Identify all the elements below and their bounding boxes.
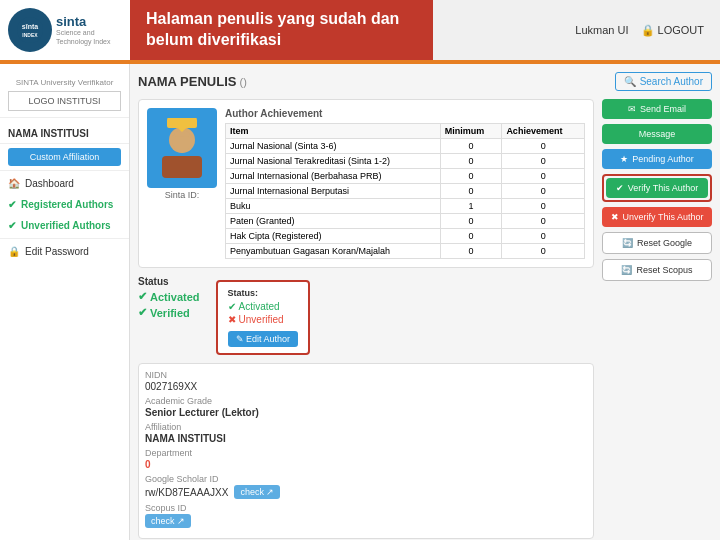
verified-badges: ✔ Verified [138, 306, 200, 319]
status-section: Status ✔ Activated ✔ Verified [138, 276, 594, 355]
table-row: Paten (Granted)00 [226, 214, 585, 229]
sidebar-item-label: Edit Password [25, 246, 89, 257]
user-label: Lukman UI [575, 24, 628, 36]
verify-label: Verify This Author [628, 183, 698, 193]
table-cell-item: Jurnal Internasional Berputasi [226, 184, 441, 199]
academic-label: Academic Grade [145, 396, 587, 406]
affiliation-row: Affiliation NAMA INSTITUSI [145, 422, 587, 444]
scopus-check-button[interactable]: check ↗ [145, 514, 191, 528]
author-name: NAMA PENULIS [138, 74, 236, 89]
logout-button[interactable]: 🔒 LOGOUT [641, 24, 704, 37]
achievement-title: Author Achievement [225, 108, 585, 119]
scholar-label: Google Scholar ID [145, 474, 587, 484]
table-cell-minimum: 0 [440, 214, 502, 229]
status-badges: ✔ Activated [138, 290, 200, 303]
edit-author-button[interactable]: ✎ Edit Author [228, 331, 299, 347]
table-cell-item: Jurnal Nasional (Sinta 3-6) [226, 139, 441, 154]
scopus-id-row: check ↗ [145, 514, 587, 528]
table-cell-achievement: 0 [502, 229, 585, 244]
col-achievement: Achievement [502, 124, 585, 139]
author-info-card: NIDN 0027169XX Academic Grade Senior Lec… [138, 363, 594, 539]
affiliation-value: NAMA INSTITUSI [145, 433, 587, 444]
table-cell-achievement: 0 [502, 214, 585, 229]
author-header: NAMA PENULIS () 🔍 Search Author [138, 72, 712, 91]
activated-badge: ✔ Activated [138, 290, 200, 303]
sidebar-divider-1 [0, 170, 129, 171]
sidebar-university-label: SINTA University Verifikator [8, 78, 121, 87]
table-cell-minimum: 0 [440, 244, 502, 259]
table-row: Hak Cipta (Registered)00 [226, 229, 585, 244]
unverify-label: Unverify This Author [623, 212, 704, 222]
custom-affiliation-button[interactable]: Custom Affiliation [8, 148, 121, 166]
table-cell-achievement: 0 [502, 184, 585, 199]
table-row: Jurnal Nasional Terakreditasi (Sinta 1-2… [226, 154, 585, 169]
search-author-button[interactable]: 🔍 Search Author [615, 72, 712, 91]
reset-google-button[interactable]: 🔄 Reset Google [602, 232, 712, 254]
table-cell-item: Paten (Granted) [226, 214, 441, 229]
scholar-row: Google Scholar ID rw/KD87EAAAJXX check ↗ [145, 474, 587, 499]
scholar-id-row: rw/KD87EAAAJXX check ↗ [145, 485, 587, 499]
content-top: Sinta ID: Author Achievement Item Minimu… [138, 99, 712, 540]
external-link-icon: ↗ [266, 487, 274, 497]
author-card: Sinta ID: Author Achievement Item Minimu… [138, 99, 594, 268]
logo-circle: sīnta INDEX [8, 8, 52, 52]
academic-value: Senior Lecturer (Lektor) [145, 407, 587, 418]
table-row: Jurnal Internasional Berputasi00 [226, 184, 585, 199]
reset-scopus-label: Reset Scopus [636, 265, 692, 275]
svg-rect-5 [162, 156, 202, 178]
popup-check-icon: ✔ [228, 301, 236, 312]
right-actions: ✉ Send Email Message ★ Pending Author ✔ … [602, 99, 712, 540]
logout-label: LOGOUT [658, 24, 704, 36]
table-cell-achievement: 0 [502, 244, 585, 259]
status-label: Status [138, 276, 200, 287]
verify-icon: ✔ [616, 183, 624, 193]
sidebar-item-registered[interactable]: ✔ Registered Authors [0, 194, 129, 215]
table-cell-item: Hak Cipta (Registered) [226, 229, 441, 244]
scopus-row: Scopus ID check ↗ [145, 503, 587, 528]
sidebar-item-unverified[interactable]: ✔ Unverified Authors [0, 215, 129, 236]
header: sīnta INDEX sinta Science and Technology… [0, 0, 720, 60]
unverified-icon: ✔ [8, 220, 16, 231]
col-item: Item [226, 124, 441, 139]
action-buttons: ✉ Send Email Message ★ Pending Author ✔ … [602, 99, 712, 281]
send-email-button[interactable]: ✉ Send Email [602, 99, 712, 119]
sidebar-item-dashboard[interactable]: 🏠 Dashboard [0, 173, 129, 194]
check-activated-icon: ✔ [138, 290, 147, 303]
reset-google-icon: 🔄 [622, 238, 633, 248]
search-author-label: Search Author [640, 76, 703, 87]
sinta-id: Sinta ID: [147, 190, 217, 200]
achievement-table: Item Minimum Achievement Jurnal Nasional… [225, 123, 585, 259]
reset-scopus-button[interactable]: 🔄 Reset Scopus [602, 259, 712, 281]
verify-author-button[interactable]: ✔ Verify This Author [606, 178, 708, 198]
send-email-label: Send Email [640, 104, 686, 114]
check-label: check [240, 487, 264, 497]
table-row: Jurnal Nasional (Sinta 3-6)00 [226, 139, 585, 154]
scholar-check-button[interactable]: check ↗ [234, 485, 280, 499]
sidebar-item-edit-password[interactable]: 🔒 Edit Password [0, 241, 129, 262]
svg-text:sīnta: sīnta [22, 23, 38, 30]
table-cell-item: Penyambutuan Gagasan Koran/Majalah [226, 244, 441, 259]
verified-badge: ✔ Verified [138, 306, 190, 319]
main-container: SINTA University Verifikator LOGO INSTIT… [0, 64, 720, 540]
svg-text:INDEX: INDEX [22, 32, 38, 38]
dashboard-icon: 🏠 [8, 178, 20, 189]
sidebar-item-label: Registered Authors [21, 199, 113, 210]
popup-activated-label: Activated [239, 301, 280, 312]
popup-status-title: Status: [228, 288, 299, 298]
verified-label: Verified [150, 307, 190, 319]
table-cell-minimum: 1 [440, 199, 502, 214]
header-title: Halaman penulis yang sudah dan belum div… [130, 0, 433, 60]
dept-value: 0 [145, 459, 587, 470]
avatar-wrapper: Sinta ID: [147, 108, 217, 259]
reset-scopus-icon: 🔄 [621, 265, 632, 275]
message-button[interactable]: Message [602, 124, 712, 144]
table-cell-item: Jurnal Nasional Terakreditasi (Sinta 1-2… [226, 154, 441, 169]
sidebar-item-label: Dashboard [25, 178, 74, 189]
achievement-section: Author Achievement Item Minimum Achievem… [225, 108, 585, 259]
author-name-title: NAMA PENULIS () [138, 74, 247, 89]
star-icon: ★ [620, 154, 628, 164]
unverify-author-button[interactable]: ✖ Unverify This Author [602, 207, 712, 227]
pending-author-button[interactable]: ★ Pending Author [602, 149, 712, 169]
header-user-area: Lukman UI 🔒 LOGOUT [433, 0, 720, 60]
table-row: Penyambutuan Gagasan Koran/Majalah00 [226, 244, 585, 259]
